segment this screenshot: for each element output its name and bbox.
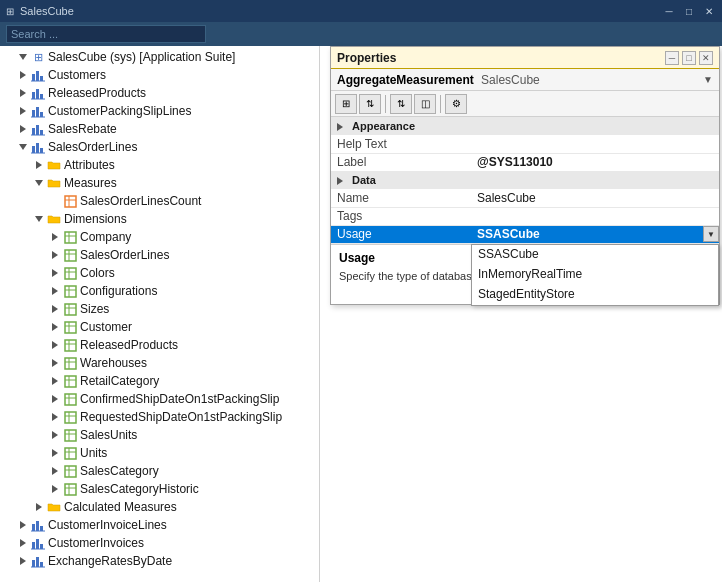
usage-dropdown-btn[interactable]: ▼ [703, 226, 719, 242]
titlebar: ⊞ SalesCube ─ □ ✕ [0, 0, 722, 22]
usage-dropdown-wrapper: SSASCube ▼ SSASCube InMemoryRealTime Sta… [471, 226, 719, 242]
prop-close-btn[interactable]: ✕ [699, 51, 713, 65]
tree-item-customerinvoices[interactable]: CustomerInvoices [0, 534, 319, 552]
icon-customers [30, 67, 46, 83]
pin-icon[interactable]: ─ [662, 4, 676, 18]
usage-value-cell[interactable]: SSASCube ▼ SSASCube InMemoryRealTime Sta… [471, 225, 719, 243]
svg-rect-38 [65, 322, 76, 333]
tree-item-customers[interactable]: Customers [0, 66, 319, 84]
close-icon[interactable]: ✕ [702, 4, 716, 18]
dropdown-option-staged[interactable]: StagedEntityStore [472, 285, 718, 305]
expander-customerpackingsliplines[interactable] [16, 104, 30, 118]
tree-item-salesunits[interactable]: SalesUnits [0, 426, 319, 444]
tree-item-releasedproducts-dim[interactable]: ReleasedProducts [0, 336, 319, 354]
expander-dimensions[interactable] [32, 212, 46, 226]
expander-releasedproducts[interactable] [16, 86, 30, 100]
svg-rect-17 [36, 143, 39, 153]
tree-item-measures[interactable]: Measures [0, 174, 319, 192]
tree-item-salesorderlines-dim[interactable]: SalesOrderLines [0, 246, 319, 264]
tree-item-customerpackingsliplines[interactable]: CustomerPackingSlipLines [0, 102, 319, 120]
expander-measures[interactable] [32, 176, 46, 190]
expander-salesorderlines-dim[interactable] [48, 248, 62, 262]
expander-colors[interactable] [48, 266, 62, 280]
tree-item-salesorderlinescount[interactable]: SalesOrderLinesCount [0, 192, 319, 210]
svg-rect-70 [40, 526, 43, 531]
label-value[interactable]: @SYS113010 [471, 153, 719, 171]
expander-salesrebate[interactable] [16, 122, 30, 136]
label-salesorderlinescount: SalesOrderLinesCount [80, 194, 201, 208]
tree-item-retailcategory[interactable]: RetailCategory [0, 372, 319, 390]
expander-calculatedmeasures[interactable] [32, 500, 46, 514]
svg-rect-29 [65, 268, 76, 279]
tree-item-dimensions[interactable]: Dimensions [0, 210, 319, 228]
search-input[interactable] [6, 25, 206, 43]
tree-item-salesrebate[interactable]: SalesRebate [0, 120, 319, 138]
tree-item-calculatedmeasures[interactable]: Calculated Measures [0, 498, 319, 516]
expander-retailcategory[interactable] [48, 374, 62, 388]
expander-units[interactable] [48, 446, 62, 460]
expander-salescategoryhistoric[interactable] [48, 482, 62, 496]
expander-customerinvoices[interactable] [16, 536, 30, 550]
label-confirmedship: ConfirmedShipDateOn1stPackingSlip [80, 392, 279, 406]
expander-company[interactable] [48, 230, 62, 244]
root-expander[interactable] [16, 50, 30, 64]
expander-salesunits[interactable] [48, 428, 62, 442]
dropdown-option-inmemory[interactable]: InMemoryRealTime [472, 265, 718, 285]
data-toggle[interactable] [337, 174, 348, 186]
expander-customers[interactable] [16, 68, 30, 82]
filter-btn[interactable]: ⚙ [445, 94, 467, 114]
label-requestedship: RequestedShipDateOn1stPackingSlip [80, 410, 282, 424]
dropdown-option-ssas[interactable]: SSASCube [472, 245, 718, 265]
prop-pin-btn[interactable]: ─ [665, 51, 679, 65]
tree-root[interactable]: ⊞ SalesCube (sys) [Application Suite] [0, 48, 319, 66]
prop-pages-btn[interactable]: ◫ [414, 94, 436, 114]
tree-item-salescategoryhistoric[interactable]: SalesCategoryHistoric [0, 480, 319, 498]
tree-item-warehouses[interactable]: Warehouses [0, 354, 319, 372]
tree-item-salescategory[interactable]: SalesCategory [0, 462, 319, 480]
tree-item-customerinvoicelines[interactable]: CustomerInvoiceLines [0, 516, 319, 534]
tree-item-salesorderlines[interactable]: SalesOrderLines [0, 138, 319, 156]
tree-item-exchangeratesbydate[interactable]: ExchangeRatesByDate [0, 552, 319, 570]
tree-item-units[interactable]: Units [0, 444, 319, 462]
tree-item-customer[interactable]: Customer [0, 318, 319, 336]
tree-item-releasedproducts[interactable]: ReleasedProducts [0, 84, 319, 102]
help-text-value[interactable] [471, 135, 719, 153]
icon-salesunits [62, 427, 78, 443]
prop-subtitle-arrow[interactable]: ▼ [703, 74, 713, 85]
label-label: Label [331, 153, 471, 171]
expander-sizes[interactable] [48, 302, 62, 316]
appearance-toggle[interactable] [337, 120, 348, 132]
expander-attributes[interactable] [32, 158, 46, 172]
minimize-icon[interactable]: □ [682, 4, 696, 18]
tree-item-sizes[interactable]: Sizes [0, 300, 319, 318]
tree-item-colors[interactable]: Colors [0, 264, 319, 282]
grid-view-btn[interactable]: ⊞ [335, 94, 357, 114]
svg-rect-2 [40, 76, 43, 81]
data-label: Data [352, 174, 376, 186]
expander-releasedproducts-dim[interactable] [48, 338, 62, 352]
tree-item-confirmedship[interactable]: ConfirmedShipDateOn1stPackingSlip [0, 390, 319, 408]
expander-customer[interactable] [48, 320, 62, 334]
usage-selected-value: SSASCube [471, 226, 701, 242]
expander-warehouses[interactable] [48, 356, 62, 370]
usage-row[interactable]: Usage SSASCube ▼ SSASCube InMemoryRealTi… [331, 225, 719, 243]
sort-alpha-btn[interactable]: ⇅ [390, 94, 412, 114]
prop-min-btn[interactable]: □ [682, 51, 696, 65]
expander-customerinvoicelines[interactable] [16, 518, 30, 532]
sort-cat-btn[interactable]: ⇅ [359, 94, 381, 114]
expander-salesorderlines[interactable] [16, 140, 30, 154]
expander-requestedship[interactable] [48, 410, 62, 424]
expander-exchangeratesbydate[interactable] [16, 554, 30, 568]
expander-salescategory[interactable] [48, 464, 62, 478]
tree-item-requestedship[interactable]: RequestedShipDateOn1stPackingSlip [0, 408, 319, 426]
tree-item-configurations[interactable]: Configurations [0, 282, 319, 300]
icon-units [62, 445, 78, 461]
expander-confirmedship[interactable] [48, 392, 62, 406]
expander-configurations[interactable] [48, 284, 62, 298]
label-configurations: Configurations [80, 284, 157, 298]
tree-item-attributes[interactable]: Attributes [0, 156, 319, 174]
name-value[interactable]: SalesCube [471, 189, 719, 207]
tags-value[interactable] [471, 207, 719, 225]
tree-item-company[interactable]: Company [0, 228, 319, 246]
svg-rect-8 [32, 110, 35, 117]
